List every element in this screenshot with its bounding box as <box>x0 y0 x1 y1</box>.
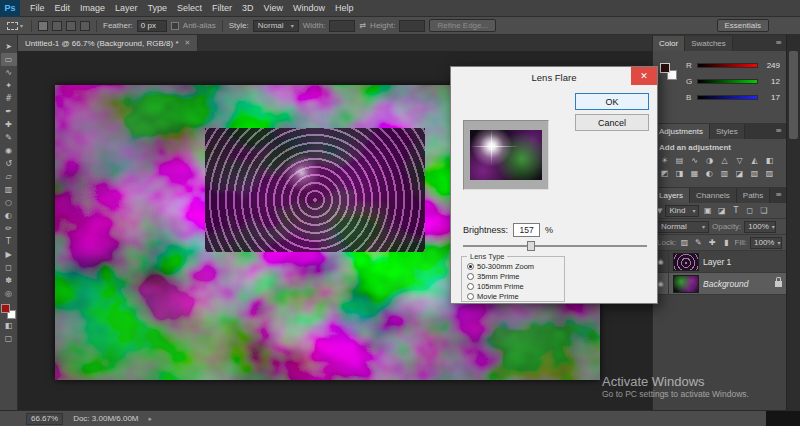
zoom-tool-icon[interactable]: ◎ <box>1 287 17 300</box>
photoshop-logo[interactable]: Ps <box>0 0 20 17</box>
tab-channels[interactable]: Channels <box>690 188 737 203</box>
lens-option-50-300mm-zoom[interactable]: 50-300mm Zoom <box>467 261 559 271</box>
lens-option-35mm-prime[interactable]: 35mm Prime <box>467 271 559 281</box>
intersect-selection-icon[interactable] <box>80 21 90 31</box>
levels-icon[interactable]: ▤ <box>674 155 685 166</box>
layer-row-background[interactable]: ◉ Background <box>653 273 786 295</box>
hand-tool-icon[interactable]: ✽ <box>1 274 17 287</box>
red-value[interactable]: 249 <box>762 61 780 70</box>
tab-swatches[interactable]: Swatches <box>685 36 733 51</box>
opacity-select[interactable]: 100% ▾ <box>744 221 776 233</box>
zoom-level-field[interactable]: 66.67% <box>26 413 63 425</box>
type-tool-icon[interactable]: T <box>1 235 17 248</box>
menu-image[interactable]: Image <box>75 3 110 13</box>
screen-mode-icon[interactable]: ▢ <box>1 332 17 345</box>
ok-button[interactable]: OK <box>575 93 649 110</box>
gradient-map-icon[interactable]: ▨ <box>764 168 775 179</box>
scrollbar-thumb[interactable] <box>789 51 798 139</box>
panel-menu-icon[interactable]: ≡ <box>775 190 782 199</box>
green-value[interactable]: 12 <box>762 77 780 86</box>
brightness-slider[interactable] <box>463 240 647 252</box>
status-flyout-arrow-icon[interactable]: ▸ <box>149 415 153 423</box>
document-tab[interactable]: Untitled-1 @ 66.7% (Background, RGB/8) *… <box>18 35 198 51</box>
eraser-tool-icon[interactable]: ▱ <box>1 170 17 183</box>
crop-tool-icon[interactable]: # <box>1 92 17 105</box>
color-lookup-icon[interactable]: ▦ <box>689 168 700 179</box>
tab-close-icon[interactable]: ✕ <box>185 39 191 47</box>
exposure-icon[interactable]: ◑ <box>704 155 715 166</box>
lens-option-105mm-prime[interactable]: 105mm Prime <box>467 281 559 291</box>
menu-3d[interactable]: 3D <box>237 3 259 13</box>
menu-type[interactable]: Type <box>143 3 173 13</box>
brightness-input[interactable]: 157 <box>513 223 540 237</box>
width-input[interactable] <box>329 20 355 32</box>
new-selection-icon[interactable] <box>38 21 48 31</box>
gradient-tool-icon[interactable]: ▥ <box>1 183 17 196</box>
subtract-from-selection-icon[interactable] <box>66 21 76 31</box>
filter-shape-layers-icon[interactable]: ◻ <box>744 206 755 215</box>
tab-color[interactable]: Color <box>653 36 685 51</box>
blue-slider[interactable] <box>697 95 758 100</box>
swap-width-height-icon[interactable]: ⇄ <box>359 21 366 30</box>
eyedropper-tool-icon[interactable]: ✒ <box>1 105 17 118</box>
foreground-color-swatch[interactable] <box>660 63 670 73</box>
tab-paths[interactable]: Paths <box>737 188 770 203</box>
layer-row-layer-1[interactable]: ◉ Layer 1 <box>653 251 786 273</box>
tab-layers[interactable]: Layers <box>653 188 690 203</box>
vibrance-icon[interactable]: △ <box>719 155 730 166</box>
layer-thumbnail[interactable] <box>673 275 699 293</box>
black-white-icon[interactable]: ◧ <box>764 155 775 166</box>
style-select[interactable]: Normal ▾ <box>253 20 299 32</box>
filter-adjustment-layers-icon[interactable]: ◪ <box>716 206 727 215</box>
quick-selection-tool-icon[interactable]: ✦ <box>1 79 17 92</box>
lasso-tool-icon[interactable]: ∿ <box>1 66 17 79</box>
dodge-tool-icon[interactable]: ◐ <box>1 209 17 222</box>
lock-transparency-icon[interactable]: ▨ <box>679 238 690 247</box>
move-tool-icon[interactable]: ➤ <box>1 40 17 53</box>
height-input[interactable] <box>399 20 425 32</box>
invert-icon[interactable]: ◐ <box>704 168 715 179</box>
hue-saturation-icon[interactable]: ▽ <box>734 155 745 166</box>
red-slider[interactable] <box>697 63 758 68</box>
panel-menu-icon[interactable]: ≡ <box>775 38 782 47</box>
lens-flare-ripple-region[interactable] <box>205 128 425 252</box>
quick-mask-icon[interactable]: ◧ <box>1 319 17 332</box>
layer-name[interactable]: Background <box>703 279 769 289</box>
curves-icon[interactable]: ∿ <box>689 155 700 166</box>
anti-alias-checkbox[interactable] <box>171 22 179 30</box>
posterize-icon[interactable]: ▥ <box>719 168 730 179</box>
menu-file[interactable]: File <box>25 3 50 13</box>
filter-type-layers-icon[interactable]: T <box>730 206 741 215</box>
tab-adjustments[interactable]: Adjustments <box>653 124 710 139</box>
path-selection-tool-icon[interactable]: ▶ <box>1 248 17 261</box>
workspace-button[interactable]: Essentials <box>717 19 769 32</box>
layer-name[interactable]: Layer 1 <box>703 257 782 267</box>
photo-filter-icon[interactable]: ◩ <box>659 168 670 179</box>
menu-select[interactable]: Select <box>172 3 207 13</box>
pen-tool-icon[interactable]: ✏ <box>1 222 17 235</box>
layer-thumbnail[interactable] <box>673 253 699 271</box>
menu-window[interactable]: Window <box>288 3 330 13</box>
panel-menu-icon[interactable]: ≡ <box>775 126 782 135</box>
cancel-button[interactable]: Cancel <box>575 114 649 131</box>
lock-position-icon[interactable]: ✚ <box>707 238 718 247</box>
channel-mixer-icon[interactable]: ◨ <box>674 168 685 179</box>
dialog-close-button[interactable]: ✕ <box>631 67 657 85</box>
panel-color-swatches[interactable] <box>660 63 677 80</box>
vertical-scrollbar[interactable] <box>786 35 800 410</box>
green-slider[interactable] <box>697 79 758 84</box>
healing-brush-tool-icon[interactable]: ✚ <box>1 118 17 131</box>
menu-edit[interactable]: Edit <box>50 3 76 13</box>
slider-thumb[interactable] <box>527 241 535 251</box>
menu-help[interactable]: Help <box>330 3 359 13</box>
blend-mode-select[interactable]: Normal ▾ <box>657 221 709 233</box>
foreground-background-swatches[interactable] <box>1 304 16 319</box>
blue-value[interactable]: 17 <box>762 93 780 102</box>
brightness-contrast-icon[interactable]: ☀ <box>659 155 670 166</box>
tool-preset-picker[interactable]: ▾ <box>5 22 25 30</box>
clone-stamp-tool-icon[interactable]: ◉ <box>1 144 17 157</box>
lens-option-movie-prime[interactable]: Movie Prime <box>467 291 559 301</box>
add-to-selection-icon[interactable] <box>52 21 62 31</box>
tab-styles[interactable]: Styles <box>710 124 745 139</box>
rectangular-marquee-tool-icon[interactable]: ▭ <box>1 53 17 66</box>
